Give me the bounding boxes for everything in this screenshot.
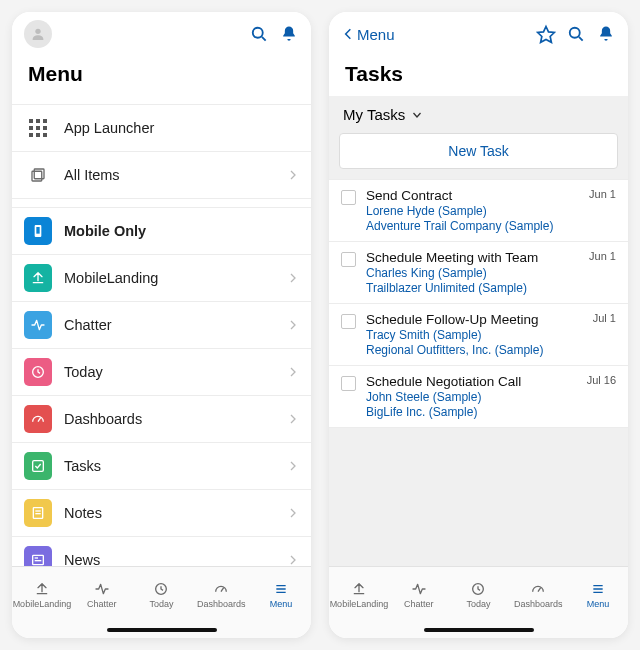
chevron-right-icon bbox=[287, 507, 299, 519]
svg-line-28 bbox=[579, 37, 583, 41]
svg-marker-26 bbox=[538, 27, 555, 43]
menu-row-chatter[interactable]: Chatter bbox=[12, 302, 311, 349]
avatar[interactable] bbox=[24, 20, 52, 48]
tab-dashboards[interactable]: Dashboards bbox=[191, 567, 251, 622]
tab-label: MobileLanding bbox=[13, 599, 72, 609]
tab-label: Menu bbox=[270, 599, 293, 609]
tab-label: Dashboards bbox=[197, 599, 246, 609]
back-button[interactable]: Menu bbox=[341, 26, 395, 43]
task-body: Schedule Negotiation Call John Steele (S… bbox=[366, 374, 577, 419]
tab-mobilelanding[interactable]: MobileLanding bbox=[12, 567, 72, 622]
new-task-button[interactable]: New Task bbox=[339, 133, 618, 169]
menu-row-mobilelanding[interactable]: MobileLanding bbox=[12, 255, 311, 302]
task-account-link[interactable]: Regional Outfitters, Inc. (Sample) bbox=[366, 343, 583, 357]
task-row[interactable]: Schedule Meeting with Team Charles King … bbox=[329, 242, 628, 304]
tab-bar: MobileLanding Chatter Today Dashboards M… bbox=[12, 566, 311, 622]
tab-menu[interactable]: Menu bbox=[568, 567, 628, 622]
menu-row-dashboards[interactable]: Dashboards bbox=[12, 396, 311, 443]
bell-icon[interactable] bbox=[596, 24, 616, 44]
tab-bar: MobileLanding Chatter Today Dashboards M… bbox=[329, 566, 628, 622]
row-label: Notes bbox=[64, 505, 275, 521]
news-icon bbox=[24, 546, 52, 566]
task-checkbox[interactable] bbox=[341, 314, 356, 329]
row-label: All Items bbox=[64, 167, 275, 183]
task-contact-link[interactable]: John Steele (Sample) bbox=[366, 390, 577, 404]
task-body: Send Contract Lorene Hyde (Sample) Adven… bbox=[366, 188, 579, 233]
landing-icon bbox=[351, 581, 367, 597]
task-account-link[interactable]: BigLife Inc. (Sample) bbox=[366, 405, 577, 419]
landing-icon bbox=[34, 581, 50, 597]
tab-label: Chatter bbox=[404, 599, 434, 609]
svg-rect-6 bbox=[36, 226, 41, 234]
tab-today[interactable]: Today bbox=[449, 567, 509, 622]
tab-label: Today bbox=[466, 599, 490, 609]
task-contact-link[interactable]: Tracy Smith (Sample) bbox=[366, 328, 583, 342]
chevron-down-icon bbox=[411, 109, 423, 121]
task-account-link[interactable]: Adventure Trail Company (Sample) bbox=[366, 219, 579, 233]
pulse-icon bbox=[411, 581, 427, 597]
menu-row-mobile-only[interactable]: Mobile Only bbox=[12, 207, 311, 255]
top-bar: Menu bbox=[329, 12, 628, 56]
chevron-right-icon bbox=[287, 554, 299, 566]
clock-icon bbox=[153, 581, 169, 597]
tab-chatter[interactable]: Chatter bbox=[389, 567, 449, 622]
phone-icon bbox=[24, 217, 52, 245]
page-title: Tasks bbox=[329, 56, 628, 96]
task-checkbox[interactable] bbox=[341, 252, 356, 267]
menu-screen: Menu App Launcher All Items Mobile Only … bbox=[12, 12, 311, 638]
gauge-icon bbox=[24, 405, 52, 433]
tab-chatter[interactable]: Chatter bbox=[72, 567, 132, 622]
menu-icon bbox=[590, 581, 606, 597]
task-title: Schedule Negotiation Call bbox=[366, 374, 577, 389]
task-date: Jul 1 bbox=[593, 312, 616, 324]
top-bar bbox=[12, 12, 311, 56]
home-indicator bbox=[12, 622, 311, 638]
svg-rect-9 bbox=[33, 461, 44, 472]
task-checkbox[interactable] bbox=[341, 376, 356, 391]
clock-icon bbox=[470, 581, 486, 597]
svg-rect-3 bbox=[32, 171, 42, 181]
row-label: Chatter bbox=[64, 317, 275, 333]
search-icon[interactable] bbox=[566, 24, 586, 44]
clock-icon bbox=[24, 358, 52, 386]
chevron-left-icon bbox=[341, 27, 355, 41]
star-icon[interactable] bbox=[536, 24, 556, 44]
tab-today[interactable]: Today bbox=[132, 567, 192, 622]
gauge-icon bbox=[530, 581, 546, 597]
svg-line-2 bbox=[262, 37, 266, 41]
back-label: Menu bbox=[357, 26, 395, 43]
task-row[interactable]: Schedule Negotiation Call John Steele (S… bbox=[329, 366, 628, 428]
row-label: MobileLanding bbox=[64, 270, 275, 286]
menu-icon bbox=[273, 581, 289, 597]
task-row[interactable]: Schedule Follow-Up Meeting Tracy Smith (… bbox=[329, 304, 628, 366]
tasks-screen: Menu Tasks My Tasks New Task Send Contra… bbox=[329, 12, 628, 638]
task-body: Schedule Meeting with Team Charles King … bbox=[366, 250, 579, 295]
tab-mobilelanding[interactable]: MobileLanding bbox=[329, 567, 389, 622]
menu-row-news[interactable]: News bbox=[12, 537, 311, 566]
menu-row-notes[interactable]: Notes bbox=[12, 490, 311, 537]
task-account-link[interactable]: Trailblazer Unlimited (Sample) bbox=[366, 281, 579, 295]
menu-row-today[interactable]: Today bbox=[12, 349, 311, 396]
page-title: Menu bbox=[12, 56, 311, 96]
row-label: App Launcher bbox=[64, 120, 299, 136]
chevron-right-icon bbox=[287, 413, 299, 425]
task-title: Schedule Follow-Up Meeting bbox=[366, 312, 583, 327]
menu-row-tasks[interactable]: Tasks bbox=[12, 443, 311, 490]
bell-icon[interactable] bbox=[279, 24, 299, 44]
task-title: Send Contract bbox=[366, 188, 579, 203]
task-contact-link[interactable]: Charles King (Sample) bbox=[366, 266, 579, 280]
tab-label: Chatter bbox=[87, 599, 117, 609]
tab-label: Today bbox=[149, 599, 173, 609]
svg-point-27 bbox=[570, 28, 580, 38]
row-app-launcher[interactable]: App Launcher bbox=[12, 104, 311, 152]
row-all-items[interactable]: All Items bbox=[12, 152, 311, 199]
task-contact-link[interactable]: Lorene Hyde (Sample) bbox=[366, 204, 579, 218]
tab-dashboards[interactable]: Dashboards bbox=[508, 567, 568, 622]
tab-menu[interactable]: Menu bbox=[251, 567, 311, 622]
task-filter[interactable]: My Tasks bbox=[329, 96, 628, 133]
task-checkbox[interactable] bbox=[341, 190, 356, 205]
search-icon[interactable] bbox=[249, 24, 269, 44]
task-row[interactable]: Send Contract Lorene Hyde (Sample) Adven… bbox=[329, 179, 628, 242]
tab-label: Menu bbox=[587, 599, 610, 609]
svg-line-22 bbox=[221, 587, 224, 591]
